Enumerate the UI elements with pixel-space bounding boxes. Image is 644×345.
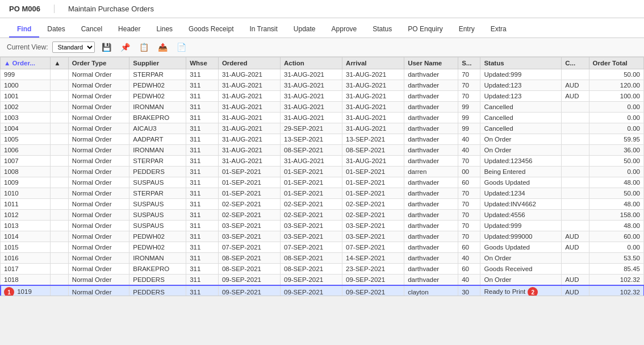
cell-s: 70	[458, 69, 480, 80]
cell-flag	[51, 145, 69, 156]
cell-arrival: 23-SEP-2021	[342, 264, 404, 275]
cell-status: Updated:INV4662	[480, 199, 562, 210]
cell-s: 70	[458, 221, 480, 231]
cell-order_total: 102.32	[589, 285, 643, 296]
tab-lines[interactable]: Lines	[148, 22, 181, 38]
cell-supplier: PEDWH02	[129, 231, 186, 242]
cell-status: Being Entered	[480, 167, 562, 177]
pin-button[interactable]: 📌	[118, 41, 132, 53]
notes-button[interactable]: 📄	[174, 41, 189, 53]
scrollbar-area[interactable]	[0, 296, 644, 304]
tab-update[interactable]: Update	[286, 22, 324, 38]
cell-action: 08-SEP-2021	[280, 264, 342, 275]
table-body[interactable]: 999Normal OrderSTERPAR31131-AUG-202131-A…	[1, 69, 644, 296]
cell-s: 40	[458, 253, 480, 264]
table-row[interactable]: 1005Normal OrderAADPART31131-AUG-202113-…	[1, 134, 644, 145]
table-row[interactable]: 1011Normal OrderSUSPAUS31102-SEP-202102-…	[1, 199, 644, 210]
cell-action: 01-SEP-2021	[280, 167, 342, 177]
col-header-ordered[interactable]: Ordered	[218, 57, 280, 69]
col-header-flag[interactable]: ▲	[51, 57, 69, 69]
table-row[interactable]: 999Normal OrderSTERPAR31131-AUG-202131-A…	[1, 69, 644, 80]
save-button[interactable]: 💾	[99, 41, 114, 53]
tab-approve[interactable]: Approve	[324, 22, 365, 38]
cell-flag	[51, 123, 69, 134]
table-row[interactable]: 1000Normal OrderPEDWH0231131-AUG-202131-…	[1, 80, 644, 91]
tab-goods-receipt[interactable]: Goods Receipt	[181, 22, 241, 38]
cell-order: 1013	[1, 221, 51, 231]
table-row[interactable]: 1016Normal OrderIRONMAN31108-SEP-202108-…	[1, 253, 644, 264]
cell-supplier: IRONMAN	[129, 102, 186, 113]
cell-c: AUD	[562, 91, 589, 102]
tab-status[interactable]: Status	[365, 22, 400, 38]
cell-arrival: 09-SEP-2021	[342, 285, 404, 296]
table-row[interactable]: 1012Normal OrderSUSPAUS31102-SEP-202102-…	[1, 210, 644, 221]
tab-entry[interactable]: Entry	[451, 22, 483, 38]
export-button[interactable]: 📤	[156, 41, 170, 53]
cell-order: 1015	[1, 242, 51, 253]
col-header-arrival[interactable]: Arrival	[342, 57, 404, 69]
tab-cancel[interactable]: Cancel	[73, 22, 110, 38]
tab-extra[interactable]: Extra	[483, 22, 515, 38]
cell-whse: 311	[186, 221, 219, 231]
table-row[interactable]: 1006Normal OrderIRONMAN31131-AUG-202108-…	[1, 145, 644, 156]
col-header-order_type[interactable]: Order Type	[68, 57, 129, 69]
cell-supplier: AADPART	[129, 134, 186, 145]
table-row[interactable]: 1018Normal OrderPEDDERS31109-SEP-202109-…	[1, 275, 644, 285]
cell-flag	[51, 253, 69, 264]
table-row[interactable]: 1013Normal OrderSUSPAUS31103-SEP-202103-…	[1, 221, 644, 231]
cell-s: 99	[458, 113, 480, 123]
cell-action: 02-SEP-2021	[280, 199, 342, 210]
tab-dates[interactable]: Dates	[39, 22, 73, 38]
col-header-user_name[interactable]: User Name	[404, 57, 458, 69]
tab-find[interactable]: Find	[9, 22, 39, 38]
col-header-supplier[interactable]: Supplier	[129, 57, 186, 69]
cell-c	[562, 113, 589, 123]
cell-order_type: Normal Order	[68, 113, 129, 123]
cell-supplier: STERPAR	[129, 188, 186, 199]
table-row[interactable]: 1007Normal OrderSTERPAR31131-AUG-202131-…	[1, 156, 644, 167]
cell-user_name: darthvader	[404, 102, 458, 113]
table-row[interactable]: 1015Normal OrderPEDWH0231107-SEP-202107-…	[1, 242, 644, 253]
table-row[interactable]: 1002Normal OrderIRONMAN31131-AUG-202131-…	[1, 102, 644, 113]
table-row[interactable]: 1001Normal OrderPEDWH0231131-AUG-202131-…	[1, 91, 644, 102]
col-header-s[interactable]: S...	[458, 57, 480, 69]
col-header-action[interactable]: Action	[280, 57, 342, 69]
badge-2: 2	[528, 287, 538, 296]
table-row[interactable]: 1 1019Normal OrderPEDDERS31109-SEP-20210…	[1, 285, 644, 296]
cell-order: 1017	[1, 264, 51, 275]
cell-s: 70	[458, 156, 480, 167]
tab-po-enquiry[interactable]: PO Enquiry	[400, 22, 450, 38]
table-row[interactable]: 1010Normal OrderSTERPAR31101-SEP-202101-…	[1, 188, 644, 199]
cell-order_type: Normal Order	[68, 242, 129, 253]
cell-status: On Order	[480, 145, 562, 156]
cell-order: 1008	[1, 167, 51, 177]
col-header-whse[interactable]: Whse	[186, 57, 219, 69]
cell-flag	[51, 80, 69, 91]
table-row[interactable]: 1014Normal OrderPEDWH0231103-SEP-202103-…	[1, 231, 644, 242]
cell-whse: 311	[186, 199, 219, 210]
col-header-order_total[interactable]: Order Total	[589, 57, 643, 69]
cell-c	[562, 177, 589, 188]
view-select[interactable]: StandardCustom	[52, 41, 95, 53]
table-row[interactable]: 1004Normal OrderAICAU331131-AUG-202129-S…	[1, 123, 644, 134]
table-row[interactable]: 1008Normal OrderPEDDERS31101-SEP-202101-…	[1, 167, 644, 177]
tab-header[interactable]: Header	[110, 22, 148, 38]
cell-action: 31-AUG-2021	[280, 113, 342, 123]
table-row[interactable]: 1017Normal OrderBRAKEPRO31108-SEP-202108…	[1, 264, 644, 275]
cell-ordered: 31-AUG-2021	[218, 80, 280, 91]
cell-user_name: darthvader	[404, 145, 458, 156]
tab-in-transit[interactable]: In Transit	[241, 22, 285, 38]
copy-button[interactable]: 📋	[137, 41, 151, 53]
cell-c: AUD	[562, 80, 589, 91]
cell-user_name: darthvader	[404, 123, 458, 134]
col-header-order[interactable]: ▲ Order...	[1, 57, 51, 69]
cell-whse: 311	[186, 285, 219, 296]
cell-user_name: clayton	[404, 285, 458, 296]
col-header-c[interactable]: C...	[562, 57, 589, 69]
cell-arrival: 02-SEP-2021	[342, 199, 404, 210]
cell-s: 60	[458, 242, 480, 253]
cell-arrival: 01-SEP-2021	[342, 167, 404, 177]
table-row[interactable]: 1009Normal OrderSUSPAUS31101-SEP-202101-…	[1, 177, 644, 188]
table-row[interactable]: 1003Normal OrderBRAKEPRO31131-AUG-202131…	[1, 113, 644, 123]
col-header-status[interactable]: Status	[480, 57, 562, 69]
